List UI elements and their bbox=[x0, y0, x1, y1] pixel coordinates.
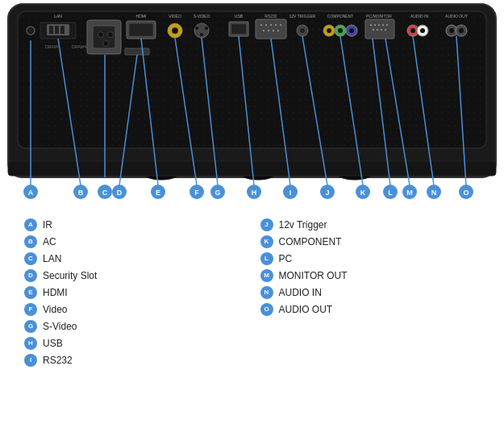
svg-point-66 bbox=[410, 28, 415, 33]
legend-label-d: Security Slot bbox=[43, 270, 97, 281]
svg-point-38 bbox=[280, 24, 281, 26]
legend-label-k: COMPONENT bbox=[279, 236, 342, 247]
svg-text:J: J bbox=[325, 189, 329, 197]
svg-point-28 bbox=[200, 33, 203, 36]
svg-text:K: K bbox=[360, 189, 366, 197]
legend-circle-n: N bbox=[260, 286, 273, 299]
legend-label-o: AUDIO OUT bbox=[279, 304, 333, 315]
svg-point-59 bbox=[386, 24, 388, 26]
svg-text:RS232: RS232 bbox=[264, 14, 277, 19]
svg-point-11 bbox=[103, 41, 109, 47]
svg-point-58 bbox=[382, 24, 384, 26]
svg-text:HDMI: HDMI bbox=[136, 14, 147, 19]
list-item: L PC bbox=[260, 250, 481, 267]
list-item: F Video bbox=[24, 301, 244, 318]
svg-point-37 bbox=[275, 24, 277, 26]
legend-label-j: 12v Trigger bbox=[279, 219, 327, 231]
svg-text:L: L bbox=[388, 189, 393, 197]
svg-text:D: D bbox=[117, 189, 123, 197]
legend-label-i: RS232 bbox=[43, 355, 73, 366]
list-item: I RS232 bbox=[24, 351, 244, 368]
svg-text:N: N bbox=[431, 189, 437, 197]
legend-circle-h: H bbox=[24, 337, 37, 350]
list-item: J 12v Trigger bbox=[260, 216, 481, 233]
svg-point-48 bbox=[327, 28, 331, 33]
legend-circle-b: B bbox=[24, 235, 37, 248]
svg-text:VIDEO: VIDEO bbox=[169, 14, 181, 19]
svg-point-55 bbox=[370, 24, 372, 26]
legend-label-h: USB bbox=[43, 338, 63, 349]
svg-text:I: I bbox=[289, 189, 292, 197]
svg-point-71 bbox=[449, 28, 454, 33]
svg-rect-20 bbox=[129, 23, 153, 36]
legend-circle-i: I bbox=[24, 354, 37, 367]
svg-text:AUDIO IN: AUDIO IN bbox=[410, 14, 429, 19]
list-item: H USB bbox=[24, 335, 244, 351]
legend-left: A IR B AC C LAN D Security Slot E HDMI F… bbox=[24, 216, 244, 368]
svg-point-63 bbox=[385, 29, 386, 31]
svg-text:O: O bbox=[463, 189, 469, 197]
svg-point-36 bbox=[270, 24, 272, 26]
legend-circle-e: E bbox=[24, 286, 37, 299]
legend-circle-a: A bbox=[24, 218, 37, 231]
legend-label-l: PC bbox=[279, 253, 293, 264]
svg-rect-54 bbox=[365, 19, 394, 39]
svg-text:A: A bbox=[28, 189, 34, 197]
legend-circle-o: O bbox=[260, 303, 273, 316]
svg-text:G: G bbox=[215, 189, 220, 197]
svg-point-45 bbox=[300, 28, 305, 33]
legend-circle-c: C bbox=[24, 252, 37, 265]
svg-point-73 bbox=[459, 28, 464, 33]
list-item: A IR bbox=[24, 216, 244, 233]
svg-text:DRAW4: DRAW4 bbox=[72, 44, 86, 49]
svg-point-57 bbox=[378, 24, 380, 26]
projector-svg: LAN HDMI VIDEO S-VIDEO USB RS232 bbox=[0, 0, 504, 210]
legend-circle-m: M bbox=[260, 269, 273, 282]
svg-text:S-VIDEO: S-VIDEO bbox=[194, 14, 210, 19]
svg-point-62 bbox=[381, 29, 382, 31]
svg-point-35 bbox=[265, 24, 267, 26]
svg-point-68 bbox=[420, 28, 425, 33]
list-item: G S-Video bbox=[24, 318, 244, 335]
legend-circle-l: L bbox=[260, 252, 273, 265]
legend-right: J 12v Trigger K COMPONENT L PC M MONITOR… bbox=[260, 216, 481, 368]
svg-point-6 bbox=[29, 29, 32, 32]
svg-point-10 bbox=[108, 32, 114, 38]
svg-text:COMPONENT: COMPONENT bbox=[327, 14, 354, 19]
svg-text:F: F bbox=[194, 189, 199, 197]
svg-text:B: B bbox=[78, 189, 84, 197]
svg-text:C: C bbox=[102, 189, 108, 197]
legend-label-n: AUDIO IN bbox=[279, 287, 322, 298]
svg-rect-15 bbox=[49, 26, 53, 34]
svg-text:AUDIO OUT: AUDIO OUT bbox=[445, 14, 468, 19]
list-item: C LAN bbox=[24, 250, 244, 267]
svg-text:12V TRIGGER: 12V TRIGGER bbox=[289, 14, 316, 19]
svg-text:H: H bbox=[252, 189, 257, 197]
svg-rect-76 bbox=[125, 48, 149, 55]
projector-diagram: LAN HDMI VIDEO S-VIDEO USB RS232 bbox=[0, 0, 504, 210]
svg-point-56 bbox=[374, 24, 376, 26]
svg-text:PC/MONITOR: PC/MONITOR bbox=[366, 14, 392, 19]
svg-text:USB: USB bbox=[235, 14, 244, 19]
svg-point-52 bbox=[349, 28, 354, 33]
legend-section: A IR B AC C LAN D Security Slot E HDMI F… bbox=[0, 210, 504, 375]
svg-point-39 bbox=[263, 30, 264, 31]
main-container: LAN HDMI VIDEO S-VIDEO USB RS232 bbox=[0, 0, 504, 428]
svg-point-23 bbox=[172, 27, 178, 34]
svg-point-26 bbox=[195, 27, 198, 30]
list-item: D Security Slot bbox=[24, 267, 244, 284]
svg-point-41 bbox=[273, 30, 274, 31]
list-item: B AC bbox=[24, 233, 244, 250]
svg-point-50 bbox=[338, 28, 343, 33]
svg-text:E: E bbox=[156, 189, 160, 197]
legend-label-e: HDMI bbox=[43, 287, 68, 298]
legend-label-f: Video bbox=[43, 304, 67, 315]
svg-rect-31 bbox=[231, 24, 246, 34]
legend-label-a: IR bbox=[43, 219, 52, 231]
legend-circle-d: D bbox=[24, 269, 37, 282]
svg-text:M: M bbox=[406, 189, 413, 197]
list-item: K COMPONENT bbox=[260, 233, 481, 250]
list-item: E HDMI bbox=[24, 284, 244, 301]
legend-label-c: LAN bbox=[43, 253, 61, 264]
list-item: N AUDIO IN bbox=[260, 284, 481, 301]
